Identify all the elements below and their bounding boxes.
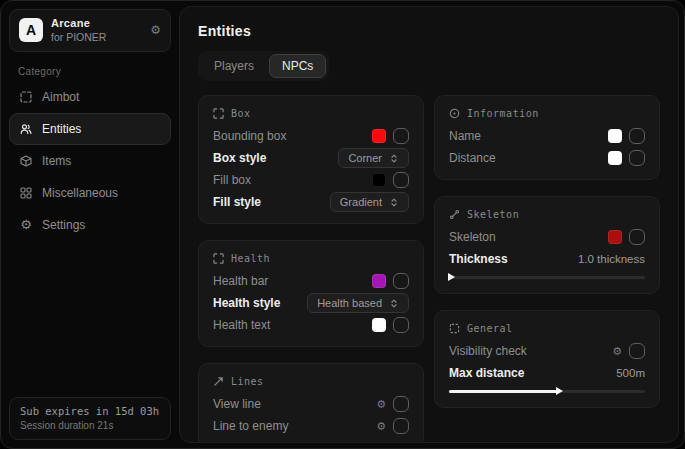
sidebar: A Arcane for PIONER ⚙ Category Aimbot bbox=[1, 1, 179, 448]
row-label: Fill box bbox=[213, 173, 251, 187]
lines-diagonal-icon bbox=[213, 376, 224, 387]
skeleton-card-header: Skeleton bbox=[449, 206, 645, 223]
tab-npcs[interactable]: NPCs bbox=[269, 54, 326, 78]
row-label: Health text bbox=[213, 318, 270, 332]
slider-track[interactable] bbox=[449, 276, 645, 279]
visibility-check-row: Visibility check ⚙ bbox=[449, 340, 645, 362]
distance-row: Distance bbox=[449, 147, 645, 169]
health-text-checkbox[interactable] bbox=[393, 317, 409, 333]
row-label: Health bar bbox=[213, 274, 268, 288]
app-logo: A bbox=[19, 18, 43, 42]
app-subtitle: for PIONER bbox=[51, 31, 142, 44]
skeleton-color-swatch[interactable] bbox=[608, 230, 622, 244]
app-window: A Arcane for PIONER ⚙ Category Aimbot bbox=[0, 0, 685, 449]
sidebar-nav: Aimbot Entities bbox=[9, 81, 171, 241]
name-checkbox[interactable] bbox=[629, 128, 645, 144]
card-title: Information bbox=[467, 108, 539, 119]
health-corners-icon bbox=[213, 253, 224, 264]
box-style-dropdown[interactable]: Corner bbox=[338, 148, 409, 168]
max-distance-value: 500m bbox=[616, 367, 645, 379]
bounding-box-color-swatch[interactable] bbox=[372, 129, 386, 143]
distance-checkbox[interactable] bbox=[629, 150, 645, 166]
bounding-box-checkbox[interactable] bbox=[393, 128, 409, 144]
left-column: Box Bounding box Box style Corner bbox=[198, 95, 424, 443]
aimbot-icon bbox=[19, 91, 33, 103]
thickness-row: Thickness 1.0 thickness bbox=[449, 248, 645, 270]
max-distance-slider[interactable] bbox=[449, 385, 645, 397]
lines-card: Lines View line ⚙ Line to enemy ⚙ bbox=[198, 363, 424, 443]
fill-style-dropdown[interactable]: Gradient bbox=[330, 192, 409, 212]
brand-text: Arcane for PIONER bbox=[51, 17, 142, 44]
sidebar-item-settings[interactable]: ⚙ Settings bbox=[9, 209, 171, 241]
general-dashed-box-icon bbox=[449, 323, 460, 334]
sidebar-item-miscellaneous[interactable]: Miscellaneous bbox=[9, 177, 171, 209]
bounding-box-row: Bounding box bbox=[213, 125, 409, 147]
information-icon bbox=[449, 108, 460, 119]
row-label: Visibility check bbox=[449, 344, 527, 358]
row-label: Max distance bbox=[449, 366, 524, 380]
max-distance-row: Max distance 500m bbox=[449, 362, 645, 384]
row-label: Thickness bbox=[449, 252, 508, 266]
line-to-enemy-gear-icon[interactable]: ⚙ bbox=[376, 421, 386, 432]
bone-icon bbox=[449, 209, 460, 220]
health-text-row: Health text bbox=[213, 314, 409, 336]
fill-box-checkbox[interactable] bbox=[393, 172, 409, 188]
health-card-header: Health bbox=[213, 250, 409, 267]
row-label: Fill style bbox=[213, 195, 261, 209]
row-label: Name bbox=[449, 129, 481, 143]
name-row: Name bbox=[449, 125, 645, 147]
dropdown-value: Corner bbox=[348, 152, 382, 164]
card-title: Lines bbox=[231, 376, 264, 387]
unfold-icon bbox=[389, 298, 399, 309]
visibility-check-checkbox[interactable] bbox=[629, 343, 645, 359]
items-icon bbox=[19, 155, 33, 167]
row-label: Bounding box bbox=[213, 129, 286, 143]
box-card-header: Box bbox=[213, 105, 409, 122]
row-label: Health style bbox=[213, 296, 280, 310]
row-label: Line to enemy bbox=[213, 419, 288, 433]
health-bar-checkbox[interactable] bbox=[393, 273, 409, 289]
category-label: Category bbox=[18, 66, 171, 77]
sidebar-item-aimbot[interactable]: Aimbot bbox=[9, 81, 171, 113]
skeleton-checkbox[interactable] bbox=[629, 229, 645, 245]
distance-color-swatch[interactable] bbox=[608, 151, 622, 165]
unfold-icon bbox=[389, 197, 399, 208]
thickness-value: 1.0 thickness bbox=[578, 253, 645, 265]
tab-players[interactable]: Players bbox=[201, 54, 267, 78]
health-bar-color-swatch[interactable] bbox=[372, 274, 386, 288]
brand-card: A Arcane for PIONER ⚙ bbox=[9, 9, 171, 52]
line-to-enemy-checkbox[interactable] bbox=[393, 418, 409, 434]
card-title: General bbox=[467, 323, 513, 334]
fill-style-row: Fill style Gradient bbox=[213, 191, 409, 213]
health-bar-row: Health bar bbox=[213, 270, 409, 292]
name-color-swatch[interactable] bbox=[608, 129, 622, 143]
health-style-row: Health style Health based bbox=[213, 292, 409, 314]
sidebar-item-items[interactable]: Items bbox=[9, 145, 171, 177]
general-card-header: General bbox=[449, 320, 645, 337]
dropdown-value: Health based bbox=[317, 297, 382, 309]
sidebar-item-label: Aimbot bbox=[42, 90, 79, 104]
health-style-dropdown[interactable]: Health based bbox=[307, 293, 409, 313]
entities-icon bbox=[19, 123, 33, 135]
app-name: Arcane bbox=[51, 17, 142, 31]
miscellaneous-icon bbox=[19, 187, 33, 199]
skeleton-card: Skeleton Skeleton Thickness 1.0 thicknes… bbox=[434, 196, 660, 294]
sidebar-item-label: Miscellaneous bbox=[42, 186, 118, 200]
skeleton-row: Skeleton bbox=[449, 226, 645, 248]
view-line-checkbox[interactable] bbox=[393, 396, 409, 412]
visibility-check-gear-icon[interactable]: ⚙ bbox=[612, 346, 622, 357]
tab-group: Players NPCs bbox=[198, 51, 329, 81]
slider-handle[interactable] bbox=[448, 273, 455, 281]
slider-handle[interactable] bbox=[556, 387, 563, 395]
sidebar-item-entities[interactable]: Entities bbox=[9, 113, 171, 145]
health-text-color-swatch[interactable] bbox=[372, 318, 386, 332]
thickness-slider[interactable] bbox=[449, 271, 645, 283]
lines-card-header: Lines bbox=[213, 373, 409, 390]
sidebar-item-label: Entities bbox=[42, 122, 81, 136]
subscription-card: Sub expires in 15d 03h Session duration … bbox=[9, 397, 171, 440]
fill-box-color-swatch[interactable] bbox=[372, 173, 386, 187]
gear-icon[interactable]: ⚙ bbox=[150, 23, 161, 37]
view-line-gear-icon[interactable]: ⚙ bbox=[376, 399, 386, 410]
page-title: Entities bbox=[198, 23, 660, 39]
slider-track[interactable] bbox=[449, 390, 645, 393]
